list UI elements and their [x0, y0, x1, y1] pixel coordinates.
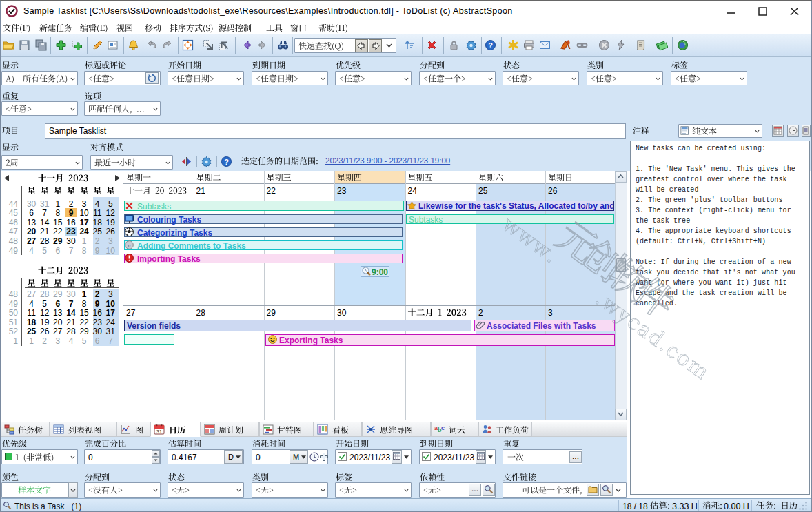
svg-text:?: ?	[224, 158, 229, 166]
svg-text:31: 31	[156, 429, 162, 434]
svg-text:?: ?	[488, 41, 493, 50]
svg-text:a: a	[128, 243, 131, 249]
svg-text:c: c	[441, 424, 445, 431]
